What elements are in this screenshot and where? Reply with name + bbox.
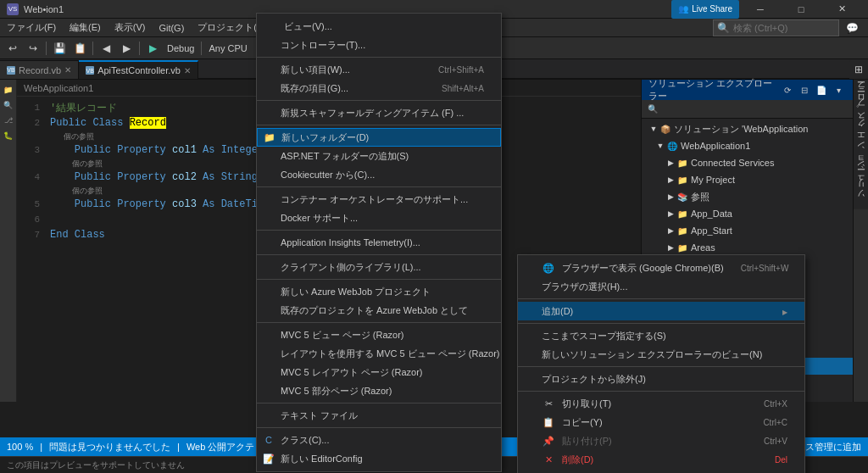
cm-existing-item[interactable]: 既存の項目(G)... Shift+Alt+A <box>257 79 501 97</box>
cm-client-library[interactable]: クライアント側のライブラリ(L)... <box>257 258 501 276</box>
cm-new-folder[interactable]: 📁 新しいフォルダー(D) <box>257 128 501 147</box>
cm-cookiecutter[interactable]: Cookiecutter から(C)... <box>257 165 501 184</box>
cm-rename[interactable]: 名前の変更(M) F2 <box>518 469 804 473</box>
cm-scope[interactable]: ここまでスコープ指定する(S) <box>518 326 804 345</box>
browser-icon: 🌐 <box>542 261 555 275</box>
cm-text-file[interactable]: テキスト ファイル <box>257 406 501 425</box>
cm-sep-10 <box>257 427 501 428</box>
cm-sep-4 <box>257 186 501 187</box>
cm-sep-s3 <box>518 366 804 367</box>
cm-sep-2 <box>257 100 501 101</box>
cm-sep-6 <box>257 254 501 255</box>
cm-sep-5 <box>257 230 501 231</box>
cut-icon: ✂ <box>542 397 555 410</box>
cm-cut[interactable]: ✂ 切り取り(T) Ctrl+X <box>518 394 804 413</box>
cm-paste[interactable]: 📌 貼り付け(P) Ctrl+V <box>518 431 804 450</box>
cm-sep-1 <box>257 57 501 58</box>
submenu-arrow <box>782 306 787 316</box>
cm-sep-7 <box>257 279 501 280</box>
cm-sep-3 <box>257 125 501 125</box>
cm-new-item[interactable]: 新しい項目(W)... Ctrl+Shift+A <box>257 60 501 79</box>
cm-browser-select[interactable]: ブラウザの選択(H)... <box>518 277 804 296</box>
cm-copy[interactable]: 📋 コピー(Y) Ctrl+C <box>518 413 804 431</box>
cm-mvc5-layout[interactable]: MVC 5 レイアウト ページ (Razor) <box>257 363 501 381</box>
cm-exclude[interactable]: プロジェクトから除外(J) <box>518 370 804 388</box>
cm-browser-view[interactable]: 🌐 ブラウザーで表示 (Google Chrome)(B) Ctrl+Shift… <box>518 259 804 277</box>
cm-sep-s4 <box>518 391 804 392</box>
cm-new-explorer-view[interactable]: 新しいソリューション エクスプローラーのビュー(N) <box>518 345 804 364</box>
editorconfig-icon: 📝 <box>262 452 275 465</box>
cm-add[interactable]: 追加(D) <box>518 302 804 320</box>
cm-aspnet-folder[interactable]: ASP.NET フォルダーの追加(S) <box>257 147 501 165</box>
cm-docker[interactable]: Docker サポート... <box>257 209 501 227</box>
paste-icon: 📌 <box>542 434 555 448</box>
cm-sep-8 <box>257 322 501 323</box>
cm-mvc5-partial[interactable]: MVC 5 部分ページ (Razor) <box>257 381 501 400</box>
cm-mvc5-view[interactable]: MVC 5 ビュー ページ (Razor) <box>257 326 501 344</box>
class-icon: C <box>262 433 275 447</box>
cm-azure-webjob-existing[interactable]: 既存のプロジェクトを Azure WebJob として <box>257 301 501 320</box>
cm-sep-s2 <box>518 323 804 324</box>
cm-sep-9 <box>257 403 501 403</box>
cm-delete[interactable]: ✕ 削除(D) Del <box>518 450 804 469</box>
folder-add-icon: 📁 <box>263 131 276 144</box>
copy-icon: 📋 <box>542 415 555 429</box>
cm-container[interactable]: コンテナー オーケストレーターのサポート... <box>257 190 501 209</box>
cm-mvc5-view-layout[interactable]: レイアウトを使用する MVC 5 ビュー ページ (Razor) <box>257 344 501 363</box>
delete-icon: ✕ <box>542 453 555 466</box>
cm-scaffolding[interactable]: 新規スキャフォールディングアイテム (F) ... <box>257 103 501 122</box>
cm-sep-s1 <box>518 298 804 299</box>
cm-app-insights[interactable]: Application Insights Telemetry(I)... <box>257 233 501 252</box>
secondary-context-menu: 🌐 ブラウザーで表示 (Google Chrome)(B) Ctrl+Shift… <box>517 254 805 473</box>
cm-controller[interactable]: コントローラー(T)... <box>257 36 501 54</box>
cm-azure-webjob-new[interactable]: 新しい Azure WebJob プロジェクト <box>257 282 501 301</box>
primary-context-menu: ビュー(V)... コントローラー(T)... 新しい項目(W)... Ctrl… <box>256 13 502 472</box>
cm-editor-config[interactable]: 📝 新しい EditorConfig <box>257 449 501 468</box>
context-menu-overlay: ビュー(V)... コントローラー(T)... 新しい項目(W)... Ctrl… <box>0 0 868 473</box>
cm-class[interactable]: C クラス(C)... <box>257 431 501 449</box>
cm-view[interactable]: ビュー(V)... <box>257 17 501 36</box>
